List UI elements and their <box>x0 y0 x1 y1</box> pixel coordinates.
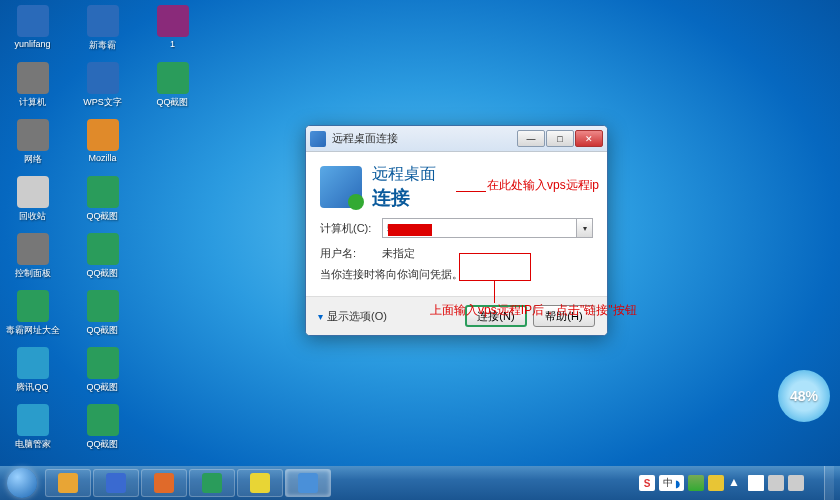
app-icon <box>58 473 78 493</box>
app-icon <box>157 62 189 94</box>
desktop-icon[interactable]: 控制面板 <box>5 233 60 288</box>
tray-expand-icon[interactable]: ▲ <box>728 475 744 491</box>
desktop-icon[interactable]: 回收站 <box>5 176 60 231</box>
icon-label: Mozilla <box>88 153 116 163</box>
annotation-line1 <box>456 191 486 192</box>
desktop-icon[interactable]: QQ截图 <box>75 290 130 345</box>
app-icon <box>106 473 126 493</box>
icon-label: 腾讯QQ <box>16 381 48 394</box>
desktop-icon[interactable]: QQ截图 <box>145 62 200 117</box>
icon-label: QQ截图 <box>86 267 118 280</box>
icon-label: QQ截图 <box>86 210 118 223</box>
taskbar-app[interactable] <box>141 469 187 497</box>
tray-shield2-icon[interactable] <box>708 475 724 491</box>
icon-label: 计算机 <box>19 96 46 109</box>
computer-dropdown[interactable]: ▾ <box>577 218 593 238</box>
desktop-icon[interactable]: 毒霸网址大全 <box>5 290 60 345</box>
desktop-icon[interactable]: yunlifang <box>5 5 60 60</box>
icon-label: 新毒霸 <box>89 39 116 52</box>
desktop-icon[interactable]: QQ截图 <box>75 404 130 459</box>
icon-label: QQ截图 <box>86 324 118 337</box>
user-value: 未指定 <box>382 246 415 261</box>
speedup-gauge[interactable]: 48% <box>778 370 830 422</box>
icon-label: QQ截图 <box>156 96 188 109</box>
window-title: 远程桌面连接 <box>332 131 517 146</box>
desktop-icon[interactable]: 网络 <box>5 119 60 174</box>
app-icon <box>17 404 49 436</box>
app-icon <box>87 5 119 37</box>
annotation-input: 在此处输入vps远程ip <box>487 177 599 194</box>
close-button[interactable]: ✕ <box>575 130 603 147</box>
titlebar[interactable]: 远程桌面连接 — □ ✕ <box>306 126 607 152</box>
desktop-icon[interactable]: QQ截图 <box>75 233 130 288</box>
redacted-bar <box>388 224 432 236</box>
window-buttons: — □ ✕ <box>517 130 603 147</box>
system-tray: S 中◗ ▲ <box>633 466 840 500</box>
annotation-line2 <box>494 281 495 303</box>
icon-label: 控制面板 <box>15 267 51 280</box>
tray-network-icon[interactable] <box>768 475 784 491</box>
taskbar-app[interactable] <box>285 469 331 497</box>
desktop-icon[interactable]: QQ截图 <box>75 176 130 231</box>
app-icon <box>17 233 49 265</box>
tray-shield-icon[interactable] <box>688 475 704 491</box>
app-icon <box>17 119 49 151</box>
annotation-box-connect <box>459 253 531 281</box>
icon-label: WPS文字 <box>83 96 122 109</box>
app-icon <box>17 5 49 37</box>
annotation-connect: 上面输入vps远程IP后，点击"链接"按钮 <box>430 302 637 319</box>
desktop-icon[interactable]: 新毒霸 <box>75 5 130 60</box>
app-icon <box>87 404 119 436</box>
minimize-button[interactable]: — <box>517 130 545 147</box>
app-icon <box>17 347 49 379</box>
icon-label: QQ截图 <box>86 438 118 451</box>
start-button[interactable] <box>0 466 44 500</box>
desktop-icon-grid: yunlifang计算机网络回收站控制面板毒霸网址大全腾讯QQ电脑管家新毒霸WP… <box>5 5 205 460</box>
icon-label: 网络 <box>24 153 42 166</box>
dialog-body: 远程桌面 连接 计算机(C): ▾ 用户名: 未指定 当你连接时将向你询问凭据。 <box>306 152 607 296</box>
app-icon <box>87 233 119 265</box>
windows-orb-icon <box>7 468 37 498</box>
desktop-icon[interactable]: 1 <box>145 5 200 60</box>
app-icon <box>17 62 49 94</box>
desktop-icon[interactable]: 计算机 <box>5 62 60 117</box>
desktop-icon[interactable]: 腾讯QQ <box>5 347 60 402</box>
icon-label: 毒霸网址大全 <box>6 324 60 337</box>
hint-row: 当你连接时将向你询问凭据。 <box>320 267 593 282</box>
app-icon <box>87 290 119 322</box>
user-label: 用户名: <box>320 246 382 261</box>
app-icon <box>250 473 270 493</box>
app-icon <box>87 62 119 94</box>
brand-text: 远程桌面 连接 <box>372 164 436 211</box>
tray-volume-icon[interactable] <box>788 475 804 491</box>
app-icon <box>154 473 174 493</box>
app-icon <box>202 473 222 493</box>
desktop-icon[interactable]: Mozilla <box>75 119 130 174</box>
taskbar-app[interactable] <box>189 469 235 497</box>
taskbar-app[interactable] <box>93 469 139 497</box>
maximize-button[interactable]: □ <box>546 130 574 147</box>
desktop-icon[interactable]: QQ截图 <box>75 347 130 402</box>
computer-label: 计算机(C): <box>320 221 382 236</box>
desktop-icon[interactable]: WPS文字 <box>75 62 130 117</box>
icon-label: 回收站 <box>19 210 46 223</box>
app-icon <box>87 347 119 379</box>
desktop-icon[interactable]: 电脑管家 <box>5 404 60 459</box>
icon-label: 1 <box>170 39 175 49</box>
tray-flag-icon[interactable] <box>748 475 764 491</box>
app-icon <box>87 176 119 208</box>
taskbar-app[interactable] <box>237 469 283 497</box>
chevron-down-icon: ▾ <box>318 311 323 322</box>
language-indicator[interactable]: 中◗ <box>659 475 684 491</box>
ime-indicator[interactable]: S <box>639 475 655 491</box>
show-options-toggle[interactable]: ▾ 显示选项(O) <box>318 309 387 324</box>
taskbar: S 中◗ ▲ <box>0 466 840 500</box>
taskbar-app[interactable] <box>45 469 91 497</box>
app-icon <box>17 176 49 208</box>
user-row: 用户名: 未指定 <box>320 246 593 261</box>
show-desktop-button[interactable] <box>824 466 834 500</box>
brand-icon <box>320 166 362 208</box>
desktop: yunlifang计算机网络回收站控制面板毒霸网址大全腾讯QQ电脑管家新毒霸WP… <box>0 0 840 500</box>
app-name: 远程桌面 <box>372 164 436 185</box>
icon-label: 电脑管家 <box>15 438 51 451</box>
